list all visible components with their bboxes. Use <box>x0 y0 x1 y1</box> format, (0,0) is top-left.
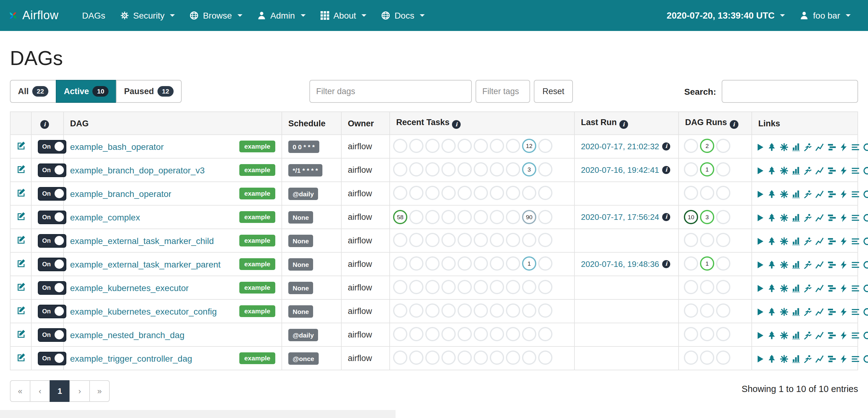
state-circle[interactable] <box>441 350 456 364</box>
state-circle[interactable] <box>522 233 536 247</box>
state-circle[interactable] <box>409 280 424 294</box>
state-circle[interactable] <box>716 162 731 176</box>
tree-view-icon[interactable] <box>768 190 776 198</box>
landing-times-icon[interactable] <box>816 331 824 339</box>
state-circle[interactable] <box>393 256 407 270</box>
task-duration-icon[interactable] <box>792 260 800 269</box>
dag-details-icon[interactable] <box>851 284 860 292</box>
task-duration-icon[interactable] <box>792 237 800 245</box>
dag-details-icon[interactable] <box>851 260 860 269</box>
landing-times-icon[interactable] <box>816 354 824 363</box>
state-circle[interactable] <box>409 256 424 270</box>
state-circle[interactable] <box>700 185 714 200</box>
state-circle[interactable] <box>538 162 552 176</box>
state-circle[interactable] <box>700 233 714 247</box>
code-icon[interactable] <box>839 354 848 363</box>
state-circle[interactable] <box>506 162 520 176</box>
dag-pause-toggle[interactable]: On <box>38 140 66 153</box>
state-circle[interactable] <box>506 256 520 270</box>
page-next-button[interactable]: › <box>69 380 90 402</box>
refresh-icon[interactable] <box>863 284 868 292</box>
state-circle[interactable] <box>522 350 536 364</box>
state-circle[interactable] <box>716 327 731 341</box>
dag-details-icon[interactable] <box>851 166 860 175</box>
dag-tag-badge[interactable]: example <box>239 165 275 176</box>
filter-dags-input[interactable] <box>309 80 472 103</box>
state-circle[interactable] <box>490 327 504 341</box>
dag-pause-toggle[interactable]: On <box>38 281 66 294</box>
state-circle[interactable] <box>474 303 488 317</box>
filter-active-button[interactable]: Active 10 <box>56 80 117 103</box>
task-duration-icon[interactable] <box>792 308 800 316</box>
edit-dag-icon[interactable] <box>17 141 25 150</box>
state-circle[interactable] <box>522 303 536 317</box>
state-circle[interactable] <box>458 256 472 270</box>
state-circle[interactable] <box>716 210 731 224</box>
code-icon[interactable] <box>839 284 848 292</box>
tree-view-icon[interactable] <box>768 166 776 175</box>
task-duration-icon[interactable] <box>792 284 800 292</box>
state-circle[interactable]: 3 <box>522 162 536 176</box>
state-circle[interactable] <box>393 233 407 247</box>
trigger-dag-icon[interactable] <box>756 284 764 292</box>
state-circle[interactable] <box>409 138 424 153</box>
state-circle[interactable] <box>474 138 488 153</box>
dag-details-icon[interactable] <box>851 213 860 222</box>
nav-docs[interactable]: Docs <box>374 0 432 31</box>
state-circle[interactable] <box>490 350 504 364</box>
tree-view-icon[interactable] <box>768 308 776 316</box>
state-circle[interactable] <box>538 233 552 247</box>
dag-tag-badge[interactable]: example <box>239 282 275 293</box>
code-icon[interactable] <box>839 143 848 151</box>
gantt-icon[interactable] <box>827 308 836 316</box>
state-circle[interactable]: 10 <box>684 210 698 224</box>
dag-tag-badge[interactable]: example <box>239 258 275 270</box>
state-circle[interactable] <box>425 233 440 247</box>
trigger-dag-icon[interactable] <box>756 237 764 245</box>
dag-tag-badge[interactable]: example <box>239 306 275 317</box>
state-circle[interactable]: 90 <box>522 210 536 224</box>
task-tries-icon[interactable] <box>804 143 812 151</box>
edit-dag-icon[interactable] <box>17 235 25 244</box>
nav-admin[interactable]: Admin <box>250 0 313 31</box>
graph-view-icon[interactable] <box>780 166 788 175</box>
state-circle[interactable] <box>538 280 552 294</box>
state-circle[interactable] <box>425 185 440 200</box>
nav-security[interactable]: Security <box>113 0 183 31</box>
dag-details-icon[interactable] <box>851 308 860 316</box>
state-circle[interactable]: 1 <box>700 162 714 176</box>
state-circle[interactable] <box>474 280 488 294</box>
dag-link[interactable]: example_kubernetes_executor <box>70 283 189 292</box>
state-circle[interactable] <box>538 210 552 224</box>
state-circle[interactable] <box>490 280 504 294</box>
nav-dags[interactable]: DAGs <box>75 0 113 31</box>
state-circle[interactable] <box>474 185 488 200</box>
dag-tag-badge[interactable]: example <box>239 353 275 364</box>
state-circle[interactable] <box>409 162 424 176</box>
state-circle[interactable] <box>441 256 456 270</box>
last-run-link[interactable]: 2020-07-17, 17:56:24 <box>581 212 659 222</box>
state-circle[interactable] <box>441 162 456 176</box>
state-circle[interactable] <box>393 350 407 364</box>
state-circle[interactable] <box>441 233 456 247</box>
task-duration-icon[interactable] <box>792 354 800 363</box>
last-run-link[interactable]: 2020-07-16, 19:48:36 <box>581 259 659 269</box>
state-circle[interactable] <box>474 210 488 224</box>
state-circle[interactable] <box>425 280 440 294</box>
state-circle[interactable] <box>490 210 504 224</box>
dag-link[interactable]: example_external_task_marker_child <box>70 236 214 246</box>
task-duration-icon[interactable] <box>792 166 800 175</box>
refresh-icon[interactable] <box>863 190 868 198</box>
state-circle[interactable] <box>716 280 731 294</box>
state-circle[interactable] <box>506 327 520 341</box>
state-circle[interactable] <box>522 185 536 200</box>
trigger-dag-icon[interactable] <box>756 260 764 269</box>
dag-pause-toggle[interactable]: On <box>38 328 66 342</box>
state-circle[interactable]: 2 <box>700 138 714 153</box>
state-circle[interactable] <box>393 138 407 153</box>
tree-view-icon[interactable] <box>768 143 776 151</box>
state-circle[interactable] <box>441 210 456 224</box>
edit-dag-icon[interactable] <box>17 259 25 268</box>
state-circle[interactable] <box>684 233 698 247</box>
dag-link[interactable]: example_branch_dop_operator_v3 <box>70 165 205 175</box>
